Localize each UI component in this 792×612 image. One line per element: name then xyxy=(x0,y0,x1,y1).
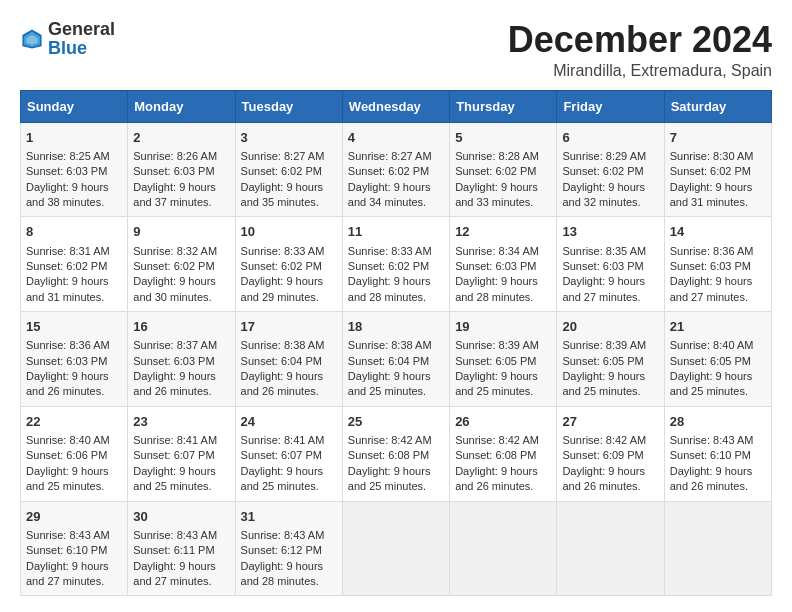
daylight-text: Daylight: 9 hours and 27 minutes. xyxy=(26,560,109,587)
sunrise-text: Sunrise: 8:41 AM xyxy=(133,434,217,446)
day-number: 30 xyxy=(133,508,229,526)
day-number: 26 xyxy=(455,413,551,431)
sunset-text: Sunset: 6:03 PM xyxy=(26,355,107,367)
logo-text: General Blue xyxy=(48,20,115,58)
calendar-cell: 15 Sunrise: 8:36 AM Sunset: 6:03 PM Dayl… xyxy=(21,312,128,407)
sunrise-text: Sunrise: 8:31 AM xyxy=(26,245,110,257)
daylight-text: Daylight: 9 hours and 25 minutes. xyxy=(348,370,431,397)
daylight-text: Daylight: 9 hours and 35 minutes. xyxy=(241,181,324,208)
weekday-header-friday: Friday xyxy=(557,90,664,122)
calendar-cell: 18 Sunrise: 8:38 AM Sunset: 6:04 PM Dayl… xyxy=(342,312,449,407)
sunset-text: Sunset: 6:07 PM xyxy=(133,449,214,461)
sunset-text: Sunset: 6:08 PM xyxy=(348,449,429,461)
daylight-text: Daylight: 9 hours and 25 minutes. xyxy=(26,465,109,492)
sunrise-text: Sunrise: 8:37 AM xyxy=(133,339,217,351)
calendar-cell xyxy=(342,501,449,596)
calendar-cell: 14 Sunrise: 8:36 AM Sunset: 6:03 PM Dayl… xyxy=(664,217,771,312)
weekday-header-monday: Monday xyxy=(128,90,235,122)
day-number: 28 xyxy=(670,413,766,431)
sunset-text: Sunset: 6:03 PM xyxy=(133,165,214,177)
weekday-header-sunday: Sunday xyxy=(21,90,128,122)
daylight-text: Daylight: 9 hours and 29 minutes. xyxy=(241,275,324,302)
sunrise-text: Sunrise: 8:40 AM xyxy=(670,339,754,351)
daylight-text: Daylight: 9 hours and 31 minutes. xyxy=(26,275,109,302)
calendar-cell: 30 Sunrise: 8:43 AM Sunset: 6:11 PM Dayl… xyxy=(128,501,235,596)
daylight-text: Daylight: 9 hours and 37 minutes. xyxy=(133,181,216,208)
sunset-text: Sunset: 6:02 PM xyxy=(133,260,214,272)
sunset-text: Sunset: 6:06 PM xyxy=(26,449,107,461)
sunrise-text: Sunrise: 8:34 AM xyxy=(455,245,539,257)
sunset-text: Sunset: 6:10 PM xyxy=(670,449,751,461)
calendar-cell: 28 Sunrise: 8:43 AM Sunset: 6:10 PM Dayl… xyxy=(664,406,771,501)
day-number: 15 xyxy=(26,318,122,336)
daylight-text: Daylight: 9 hours and 27 minutes. xyxy=(562,275,645,302)
calendar-cell: 10 Sunrise: 8:33 AM Sunset: 6:02 PM Dayl… xyxy=(235,217,342,312)
sunset-text: Sunset: 6:07 PM xyxy=(241,449,322,461)
daylight-text: Daylight: 9 hours and 31 minutes. xyxy=(670,181,753,208)
calendar-cell: 25 Sunrise: 8:42 AM Sunset: 6:08 PM Dayl… xyxy=(342,406,449,501)
day-number: 9 xyxy=(133,223,229,241)
calendar-cell: 4 Sunrise: 8:27 AM Sunset: 6:02 PM Dayli… xyxy=(342,122,449,217)
weekday-header-thursday: Thursday xyxy=(450,90,557,122)
sunset-text: Sunset: 6:02 PM xyxy=(241,165,322,177)
sunrise-text: Sunrise: 8:40 AM xyxy=(26,434,110,446)
sunrise-text: Sunrise: 8:38 AM xyxy=(241,339,325,351)
sunset-text: Sunset: 6:03 PM xyxy=(26,165,107,177)
sunset-text: Sunset: 6:02 PM xyxy=(562,165,643,177)
daylight-text: Daylight: 9 hours and 30 minutes. xyxy=(133,275,216,302)
weekday-header-saturday: Saturday xyxy=(664,90,771,122)
sunset-text: Sunset: 6:04 PM xyxy=(348,355,429,367)
daylight-text: Daylight: 9 hours and 25 minutes. xyxy=(133,465,216,492)
sunrise-text: Sunrise: 8:27 AM xyxy=(348,150,432,162)
title-section: December 2024 Mirandilla, Extremadura, S… xyxy=(508,20,772,80)
daylight-text: Daylight: 9 hours and 25 minutes. xyxy=(348,465,431,492)
sunset-text: Sunset: 6:03 PM xyxy=(133,355,214,367)
daylight-text: Daylight: 9 hours and 25 minutes. xyxy=(670,370,753,397)
sunrise-text: Sunrise: 8:42 AM xyxy=(562,434,646,446)
daylight-text: Daylight: 9 hours and 33 minutes. xyxy=(455,181,538,208)
day-number: 4 xyxy=(348,129,444,147)
day-number: 17 xyxy=(241,318,337,336)
daylight-text: Daylight: 9 hours and 27 minutes. xyxy=(133,560,216,587)
calendar-cell: 23 Sunrise: 8:41 AM Sunset: 6:07 PM Dayl… xyxy=(128,406,235,501)
weekday-header-row: SundayMondayTuesdayWednesdayThursdayFrid… xyxy=(21,90,772,122)
day-number: 1 xyxy=(26,129,122,147)
sunrise-text: Sunrise: 8:43 AM xyxy=(133,529,217,541)
month-title: December 2024 xyxy=(508,20,772,60)
day-number: 29 xyxy=(26,508,122,526)
calendar-cell xyxy=(557,501,664,596)
calendar-cell: 11 Sunrise: 8:33 AM Sunset: 6:02 PM Dayl… xyxy=(342,217,449,312)
sunrise-text: Sunrise: 8:42 AM xyxy=(348,434,432,446)
day-number: 31 xyxy=(241,508,337,526)
calendar-cell: 9 Sunrise: 8:32 AM Sunset: 6:02 PM Dayli… xyxy=(128,217,235,312)
calendar-cell: 8 Sunrise: 8:31 AM Sunset: 6:02 PM Dayli… xyxy=(21,217,128,312)
sunset-text: Sunset: 6:03 PM xyxy=(455,260,536,272)
sunrise-text: Sunrise: 8:43 AM xyxy=(26,529,110,541)
daylight-text: Daylight: 9 hours and 25 minutes. xyxy=(241,465,324,492)
sunrise-text: Sunrise: 8:26 AM xyxy=(133,150,217,162)
calendar-week-row: 1 Sunrise: 8:25 AM Sunset: 6:03 PM Dayli… xyxy=(21,122,772,217)
day-number: 20 xyxy=(562,318,658,336)
daylight-text: Daylight: 9 hours and 26 minutes. xyxy=(133,370,216,397)
calendar-cell: 31 Sunrise: 8:43 AM Sunset: 6:12 PM Dayl… xyxy=(235,501,342,596)
day-number: 24 xyxy=(241,413,337,431)
calendar-cell: 17 Sunrise: 8:38 AM Sunset: 6:04 PM Dayl… xyxy=(235,312,342,407)
calendar-cell: 21 Sunrise: 8:40 AM Sunset: 6:05 PM Dayl… xyxy=(664,312,771,407)
sunrise-text: Sunrise: 8:32 AM xyxy=(133,245,217,257)
day-number: 8 xyxy=(26,223,122,241)
calendar-week-row: 22 Sunrise: 8:40 AM Sunset: 6:06 PM Dayl… xyxy=(21,406,772,501)
day-number: 11 xyxy=(348,223,444,241)
calendar-cell: 1 Sunrise: 8:25 AM Sunset: 6:03 PM Dayli… xyxy=(21,122,128,217)
sunset-text: Sunset: 6:02 PM xyxy=(26,260,107,272)
weekday-header-tuesday: Tuesday xyxy=(235,90,342,122)
calendar-cell: 13 Sunrise: 8:35 AM Sunset: 6:03 PM Dayl… xyxy=(557,217,664,312)
sunrise-text: Sunrise: 8:43 AM xyxy=(670,434,754,446)
day-number: 19 xyxy=(455,318,551,336)
sunrise-text: Sunrise: 8:29 AM xyxy=(562,150,646,162)
sunrise-text: Sunrise: 8:25 AM xyxy=(26,150,110,162)
sunset-text: Sunset: 6:10 PM xyxy=(26,544,107,556)
calendar-cell: 3 Sunrise: 8:27 AM Sunset: 6:02 PM Dayli… xyxy=(235,122,342,217)
sunrise-text: Sunrise: 8:35 AM xyxy=(562,245,646,257)
sunset-text: Sunset: 6:05 PM xyxy=(562,355,643,367)
day-number: 21 xyxy=(670,318,766,336)
